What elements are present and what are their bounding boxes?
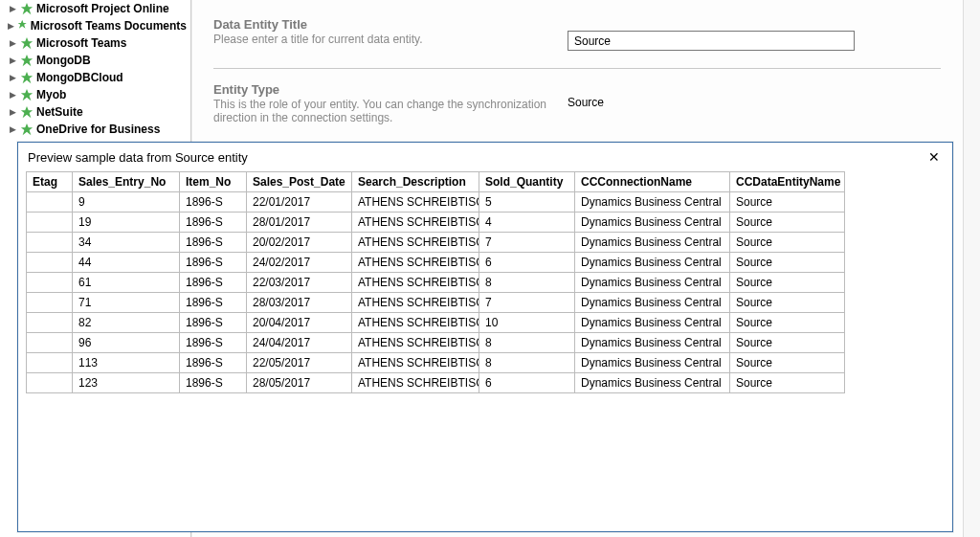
table-cell: Dynamics Business Central xyxy=(575,253,730,273)
table-cell: 10 xyxy=(479,313,575,333)
sidebar-item-label: Microsoft Teams Documents xyxy=(31,18,187,34)
table-row[interactable]: 821896-S20/04/2017ATHENS SCHREIBTISCH10D… xyxy=(27,313,845,333)
sidebar-item-ms-teams[interactable]: ▶ Microsoft Teams xyxy=(0,34,190,52)
connector-icon xyxy=(20,88,33,101)
table-cell: Dynamics Business Central xyxy=(575,333,730,353)
sidebar-item-label: Microsoft Project Online xyxy=(36,1,169,16)
table-cell: 1896-S xyxy=(180,192,247,213)
sidebar-item-onedrive-biz[interactable]: ▶ OneDrive for Business xyxy=(0,121,190,138)
sidebar-item-label: MongoDB xyxy=(36,53,91,68)
connector-icon xyxy=(20,105,33,119)
table-row[interactable]: 961896-S24/04/2017ATHENS SCHREIBTISCH8Dy… xyxy=(27,333,845,353)
table-cell: 24/04/2017 xyxy=(247,333,352,353)
table-cell: 22/01/2017 xyxy=(247,192,352,213)
chevron-right-icon: ▶ xyxy=(8,90,17,100)
entity-type-desc: This is the role of your entity. You can… xyxy=(213,98,568,124)
col-cc-connection-name[interactable]: CCConnectionName xyxy=(575,172,730,192)
connector-icon xyxy=(20,123,33,136)
table-cell: Source xyxy=(730,333,845,353)
col-search-description[interactable]: Search_Description xyxy=(352,172,479,192)
table-cell: ATHENS SCHREIBTISCH xyxy=(352,213,479,233)
chevron-right-icon: ▶ xyxy=(8,73,17,82)
table-cell: Dynamics Business Central xyxy=(575,233,730,253)
table-cell: 8 xyxy=(479,273,575,293)
sidebar-item-ms-project-online[interactable]: ▶ Microsoft Project Online xyxy=(0,0,190,17)
table-cell: Source xyxy=(730,373,845,393)
table-cell xyxy=(27,233,73,253)
table-cell: 24/02/2017 xyxy=(247,253,352,273)
col-sales-entry-no[interactable]: Sales_Entry_No xyxy=(73,172,180,192)
table-cell: 82 xyxy=(73,313,180,333)
col-item-no[interactable]: Item_No xyxy=(180,172,247,192)
col-etag[interactable]: Etag xyxy=(27,172,73,192)
col-sold-quantity[interactable]: Sold_Quantity xyxy=(479,172,575,192)
data-entity-title-input[interactable] xyxy=(568,31,855,51)
table-cell: 96 xyxy=(73,333,180,353)
table-cell: 20/04/2017 xyxy=(247,313,352,333)
entity-type-value: Source xyxy=(568,96,604,109)
table-cell: Dynamics Business Central xyxy=(575,313,730,333)
table-row[interactable]: 341896-S20/02/2017ATHENS SCHREIBTISCH7Dy… xyxy=(27,233,845,253)
sidebar-item-netsuite[interactable]: ▶ NetSuite xyxy=(0,103,190,121)
close-icon[interactable]: ✕ xyxy=(925,148,943,166)
table-cell: ATHENS SCHREIBTISCH xyxy=(352,273,479,293)
svg-marker-7 xyxy=(21,123,33,135)
col-sales-post-date[interactable]: Sales_Post_Date xyxy=(247,172,352,192)
svg-marker-4 xyxy=(21,72,33,83)
table-row[interactable]: 1231896-S28/05/2017ATHENS SCHREIBTISCH6D… xyxy=(27,373,845,393)
chevron-right-icon: ▶ xyxy=(8,21,14,31)
sidebar-item-mongodbcloud[interactable]: ▶ MongoDBCloud xyxy=(0,69,190,86)
sidebar-item-ms-teams-docs[interactable]: ▶ Microsoft Teams Documents xyxy=(0,17,190,34)
col-cc-data-entity-name[interactable]: CCDataEntityName xyxy=(730,172,845,192)
table-cell: 22/05/2017 xyxy=(247,353,352,373)
table-cell: Source xyxy=(730,313,845,333)
table-cell: Dynamics Business Central xyxy=(575,273,730,293)
table-cell: Dynamics Business Central xyxy=(575,192,730,213)
table-cell: Source xyxy=(730,192,845,213)
table-row[interactable]: 441896-S24/02/2017ATHENS SCHREIBTISCH6Dy… xyxy=(27,253,845,273)
table-row[interactable]: 711896-S28/03/2017ATHENS SCHREIBTISCH7Dy… xyxy=(27,293,845,313)
table-cell: Dynamics Business Central xyxy=(575,373,730,393)
table-row[interactable]: 611896-S22/03/2017ATHENS SCHREIBTISCH8Dy… xyxy=(27,273,845,293)
table-cell: 61 xyxy=(73,273,180,293)
table-cell: 8 xyxy=(479,333,575,353)
table-row[interactable]: 91896-S22/01/2017ATHENS SCHREIBTISCH5Dyn… xyxy=(27,192,845,213)
table-cell: Source xyxy=(730,273,845,293)
connector-icon xyxy=(20,2,33,15)
table-cell: 34 xyxy=(73,233,180,253)
preview-dialog-title: Preview sample data from Source entity xyxy=(28,150,248,165)
svg-marker-5 xyxy=(21,89,33,101)
sidebar-item-label: NetSuite xyxy=(36,104,83,120)
divider xyxy=(213,68,941,69)
table-cell: 22/03/2017 xyxy=(247,273,352,293)
sidebar-item-mongodb[interactable]: ▶ MongoDB xyxy=(0,52,190,69)
table-cell xyxy=(27,373,73,393)
sidebar-item-myob[interactable]: ▶ Myob xyxy=(0,86,190,103)
table-cell: 6 xyxy=(479,373,575,393)
table-cell: 1896-S xyxy=(180,313,247,333)
sidebar-item-label: Myob xyxy=(36,87,66,102)
table-cell: 123 xyxy=(73,373,180,393)
svg-marker-2 xyxy=(21,37,33,49)
table-cell xyxy=(27,273,73,293)
table-cell: 1896-S xyxy=(180,213,247,233)
table-cell: ATHENS SCHREIBTISCH xyxy=(352,353,479,373)
table-cell: ATHENS SCHREIBTISCH xyxy=(352,253,479,273)
table-cell: 5 xyxy=(479,192,575,213)
entity-type-label: Entity Type xyxy=(213,82,568,97)
table-cell: 1896-S xyxy=(180,293,247,313)
table-cell: 7 xyxy=(479,233,575,253)
table-cell: Dynamics Business Central xyxy=(575,213,730,233)
table-cell: 4 xyxy=(479,213,575,233)
table-cell: 71 xyxy=(73,293,180,313)
data-entity-title-label: Data Entity Title xyxy=(213,17,568,32)
table-cell: Dynamics Business Central xyxy=(575,293,730,313)
chevron-right-icon: ▶ xyxy=(8,38,17,48)
table-cell: 1896-S xyxy=(180,273,247,293)
table-row[interactable]: 191896-S28/01/2017ATHENS SCHREIBTISCH4Dy… xyxy=(27,213,845,233)
table-row[interactable]: 1131896-S22/05/2017ATHENS SCHREIBTISCH8D… xyxy=(27,353,845,373)
table-cell: 44 xyxy=(73,253,180,273)
connector-icon xyxy=(17,19,27,33)
table-cell: Source xyxy=(730,253,845,273)
chevron-right-icon: ▶ xyxy=(8,107,17,117)
